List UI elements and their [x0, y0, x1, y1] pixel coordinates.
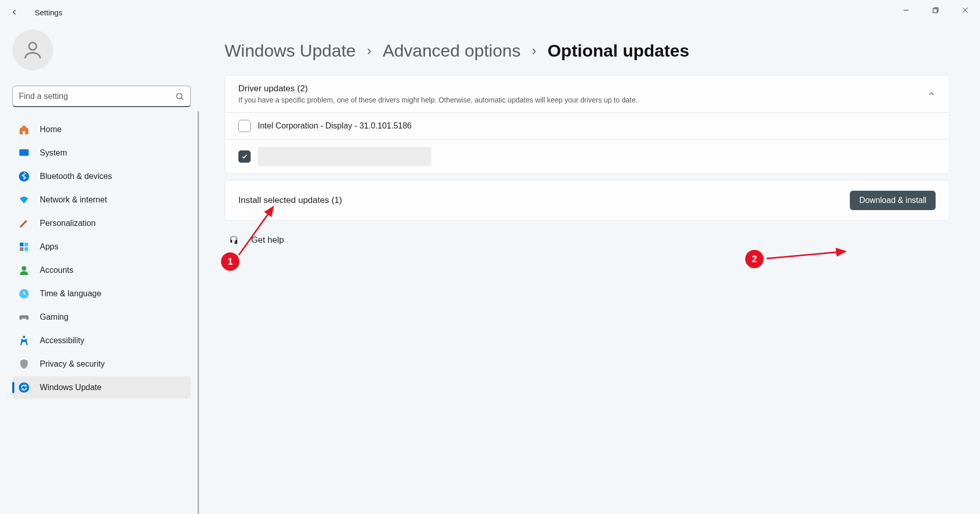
app-title: Settings — [35, 8, 62, 17]
title-bar: Settings — [0, 0, 980, 24]
nav-privacy[interactable]: Privacy & security — [12, 353, 191, 375]
breadcrumb-windows-update[interactable]: Windows Update — [225, 41, 356, 61]
system-icon — [18, 147, 30, 159]
svg-point-15 — [23, 336, 26, 338]
update-row-2 — [225, 139, 949, 173]
nav-time-language[interactable]: Time & language — [12, 282, 191, 305]
nav-accessibility[interactable]: Accessibility — [12, 329, 191, 352]
avatar[interactable] — [12, 30, 53, 70]
maximize-button[interactable] — [921, 0, 950, 20]
search-box[interactable] — [12, 86, 191, 107]
nav-list: Home System Bluetooth & devices Network … — [12, 118, 199, 399]
search-icon — [175, 92, 184, 101]
nav-home[interactable]: Home — [12, 118, 191, 141]
content-area: Windows Update › Advanced options › Opti… — [199, 24, 980, 514]
window-controls — [891, 0, 980, 20]
get-help-row[interactable]: Q Get help — [225, 235, 954, 245]
annotation-callout-2: 2 — [745, 250, 764, 268]
svg-point-16 — [19, 382, 29, 393]
chevron-up-icon — [927, 90, 936, 98]
annotation-arrow-1 — [235, 198, 283, 259]
bluetooth-icon — [18, 171, 30, 182]
nav-label: Personalization — [40, 219, 95, 228]
update-checkbox-1[interactable] — [238, 120, 251, 132]
brush-icon — [18, 218, 30, 229]
nav-label: Gaming — [40, 313, 68, 322]
annotation-arrow-2 — [765, 247, 851, 268]
svg-line-6 — [181, 98, 183, 99]
nav-label: Home — [40, 125, 62, 134]
nav-label: Time & language — [40, 289, 101, 298]
update-icon — [18, 382, 30, 393]
minimize-button[interactable] — [891, 0, 921, 20]
svg-rect-10 — [24, 243, 28, 246]
driver-updates-header[interactable]: Driver updates (2) If you have a specifi… — [225, 75, 949, 112]
nav-label: System — [40, 148, 67, 158]
svg-rect-12 — [24, 247, 28, 251]
svg-rect-11 — [20, 247, 23, 251]
nav-label: Network & internet — [40, 195, 107, 204]
nav-bluetooth[interactable]: Bluetooth & devices — [12, 165, 191, 188]
breadcrumb-advanced-options[interactable]: Advanced options — [383, 41, 521, 61]
breadcrumb: Windows Update › Advanced options › Opti… — [225, 41, 954, 61]
nav-personalization[interactable]: Personalization — [12, 212, 191, 235]
update-label-1: Intel Corporation - Display - 31.0.101.5… — [258, 121, 412, 131]
svg-rect-7 — [19, 149, 29, 156]
person-icon — [21, 39, 44, 61]
svg-line-19 — [239, 207, 273, 255]
chevron-right-icon: › — [367, 43, 372, 59]
shield-icon — [18, 358, 30, 370]
annotation-callout-1: 1 — [221, 252, 239, 271]
download-install-button[interactable]: Download & install — [850, 191, 936, 210]
back-icon — [10, 8, 19, 17]
clock-icon — [18, 288, 30, 299]
update-checkbox-2[interactable] — [238, 150, 251, 163]
account-icon — [18, 265, 30, 276]
svg-rect-9 — [20, 243, 23, 246]
nav-label: Apps — [40, 242, 58, 251]
breadcrumb-optional-updates: Optional updates — [548, 41, 690, 61]
nav-label: Windows Update — [40, 383, 102, 392]
svg-point-5 — [177, 93, 182, 99]
nav-label: Accounts — [40, 266, 74, 275]
driver-updates-panel: Driver updates (2) If you have a specifi… — [225, 75, 949, 174]
nav-windows-update[interactable]: Windows Update — [12, 376, 191, 399]
section-description: If you have a specific problem, one of t… — [238, 96, 638, 104]
nav-system[interactable]: System — [12, 142, 191, 164]
back-button[interactable] — [4, 2, 24, 22]
svg-point-4 — [29, 42, 37, 50]
minimize-icon — [903, 7, 909, 13]
install-panel: Install selected updates (1) Download & … — [225, 180, 949, 221]
nav-label: Privacy & security — [40, 359, 105, 369]
update-label-2-redacted — [258, 147, 431, 166]
sidebar: Home System Bluetooth & devices Network … — [0, 24, 199, 514]
wifi-icon — [18, 194, 30, 205]
svg-rect-1 — [933, 9, 937, 13]
close-icon — [962, 7, 968, 13]
nav-gaming[interactable]: Gaming — [12, 306, 191, 328]
svg-line-20 — [767, 251, 845, 259]
search-input[interactable] — [19, 92, 175, 101]
svg-point-13 — [21, 266, 26, 271]
nav-accounts[interactable]: Accounts — [12, 259, 191, 281]
accessibility-icon — [18, 335, 30, 346]
close-button[interactable] — [950, 0, 980, 20]
apps-icon — [18, 241, 30, 252]
update-row-1: Intel Corporation - Display - 31.0.101.5… — [225, 112, 949, 139]
sidebar-scrollbar[interactable] — [198, 111, 199, 514]
gaming-icon — [18, 312, 30, 323]
section-title: Driver updates (2) — [238, 84, 638, 94]
chevron-right-icon: › — [532, 43, 536, 59]
home-icon — [18, 124, 30, 135]
nav-network[interactable]: Network & internet — [12, 189, 191, 211]
nav-apps[interactable]: Apps — [12, 236, 191, 258]
nav-label: Accessibility — [40, 336, 84, 345]
nav-label: Bluetooth & devices — [40, 172, 112, 181]
maximize-icon — [933, 7, 939, 13]
